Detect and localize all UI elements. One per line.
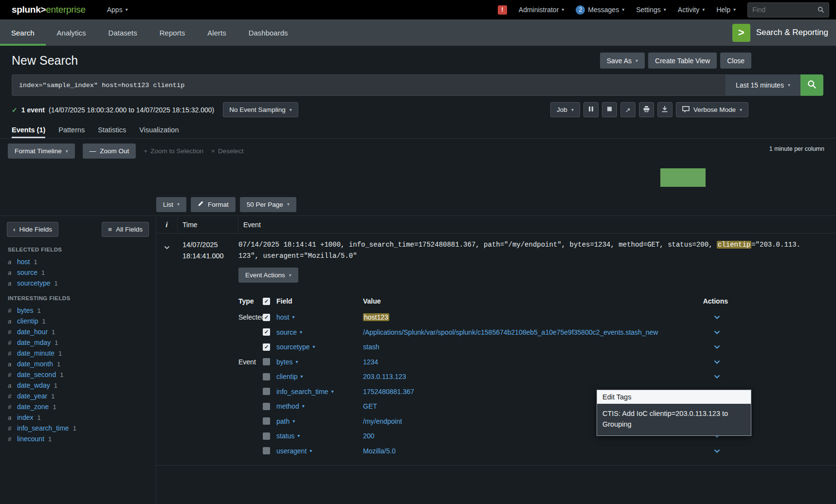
sidebar-field-date-minute[interactable]: #date_minute1: [7, 348, 149, 359]
event-sampling-button[interactable]: No Event Sampling▾: [223, 102, 298, 117]
field-value-link[interactable]: 1234: [363, 358, 700, 366]
field-checkbox[interactable]: [263, 388, 270, 395]
print-button[interactable]: [639, 102, 654, 117]
create-table-view-button[interactable]: Create Table View: [648, 53, 717, 69]
sidebar-field-index[interactable]: aindex1: [7, 412, 149, 423]
field-name-link[interactable]: clientip▾: [276, 373, 363, 380]
stop-button[interactable]: [602, 102, 617, 117]
search-submit-button[interactable]: [800, 74, 823, 96]
field-name-link[interactable]: host▾: [276, 313, 363, 321]
stop-icon: [607, 106, 612, 113]
field-name-link[interactable]: path▾: [276, 417, 363, 425]
sidebar-field-date-second[interactable]: #date_second1: [7, 369, 149, 380]
field-actions-chevron[interactable]: [700, 315, 734, 319]
sidebar-field-source[interactable]: asource1: [7, 267, 149, 278]
job-menu-button[interactable]: Job▾: [550, 102, 580, 117]
app-tab-alerts[interactable]: Alerts: [196, 19, 237, 46]
format-timeline-button[interactable]: Format Timeline▾: [8, 144, 75, 159]
collapse-event-chevron[interactable]: [156, 239, 178, 458]
sidebar-field-info-search-time[interactable]: #info_search_time1: [7, 423, 149, 433]
help-menu[interactable]: Help▾: [716, 6, 736, 14]
app-tab-dashboards[interactable]: Dashboards: [237, 19, 299, 46]
field-actions-chevron[interactable]: [700, 330, 734, 334]
apps-menu[interactable]: Apps▾: [107, 6, 128, 14]
field-name-link[interactable]: useragent▾: [276, 447, 363, 455]
timeline-histogram-bar[interactable]: [660, 168, 706, 187]
sidebar-field-date-hour[interactable]: #date_hour1: [7, 326, 149, 337]
format-results-button[interactable]: Format: [191, 197, 236, 212]
share-button[interactable]: ↗: [620, 102, 636, 117]
activity-menu[interactable]: Activity▾: [678, 6, 705, 14]
all-fields-button[interactable]: ≡All Fields: [102, 222, 149, 237]
menu-item-ctis-add-ioc[interactable]: CTIS: Add IoC clientip=203.0.113.123 to …: [597, 404, 751, 435]
field-value-link[interactable]: host123: [363, 313, 700, 321]
field-name-label: bytes: [276, 358, 292, 366]
field-checkbox[interactable]: [263, 417, 270, 425]
close-button[interactable]: Close: [720, 53, 751, 69]
app-tab-datasets[interactable]: Datasets: [97, 19, 148, 46]
format-timeline-label: Format Timeline: [15, 147, 62, 155]
app-tab-analytics[interactable]: Analytics: [46, 19, 97, 46]
per-page-button[interactable]: 50 Per Page▾: [240, 197, 296, 212]
field-checkbox[interactable]: [263, 432, 270, 440]
field-checkbox[interactable]: ✓: [263, 328, 270, 336]
sidebar-field-date-month[interactable]: adate_month1: [7, 359, 149, 369]
zoom-to-selection-label: Zoom to Selection: [150, 147, 203, 155]
sidebar-field-date-year[interactable]: #date_year1: [7, 391, 149, 401]
field-actions-chevron[interactable]: [700, 449, 734, 453]
export-button[interactable]: [657, 102, 672, 117]
search-query-input[interactable]: [12, 74, 726, 96]
field-name-link[interactable]: source▾: [276, 328, 363, 336]
time-range-picker[interactable]: Last 15 minutes▾: [726, 74, 800, 96]
field-checkbox[interactable]: [263, 447, 270, 454]
sidebar-field-host[interactable]: ahost1: [7, 256, 149, 267]
list-view-button[interactable]: List▾: [156, 197, 186, 212]
field-name-link[interactable]: info_search_time▾: [276, 388, 363, 396]
field-actions-chevron[interactable]: [700, 360, 734, 364]
field-value-link[interactable]: 203.0.113.123: [363, 373, 700, 380]
tab-patterns[interactable]: Patterns: [58, 121, 85, 138]
find-search-box[interactable]: [747, 2, 829, 18]
field-value-link[interactable]: Mozilla/5.0: [363, 447, 700, 455]
field-name-link[interactable]: sourcetype▾: [276, 343, 363, 351]
settings-menu[interactable]: Settings▾: [636, 6, 666, 14]
alert-badge[interactable]: !: [498, 5, 507, 15]
field-name-link[interactable]: method▾: [276, 402, 363, 410]
field-name-link[interactable]: status▾: [276, 432, 363, 440]
event-actions-button[interactable]: Event Actions▾: [238, 268, 298, 283]
sidebar-field-date-mday[interactable]: #date_mday1: [7, 337, 149, 348]
field-actions-chevron[interactable]: [700, 345, 734, 349]
find-input[interactable]: [752, 6, 814, 14]
field-value-link[interactable]: stash: [363, 343, 700, 351]
app-tab-reports[interactable]: Reports: [148, 19, 197, 46]
field-checkbox[interactable]: ✓: [263, 343, 270, 351]
field-checkbox[interactable]: ✓: [263, 314, 270, 321]
save-as-button[interactable]: Save As▾: [600, 53, 645, 69]
app-tab-search[interactable]: Search: [0, 19, 46, 46]
field-name-link[interactable]: bytes▾: [276, 358, 363, 366]
field-actions-chevron[interactable]: [700, 375, 734, 378]
field-checkbox[interactable]: [263, 373, 270, 380]
select-all-checkbox[interactable]: ✓: [263, 298, 270, 305]
sidebar-field-sourcetype[interactable]: asourcetype1: [7, 278, 149, 288]
zoom-out-button[interactable]: —Zoom Out: [83, 144, 136, 159]
tab-events[interactable]: Events (1): [12, 121, 45, 138]
field-type-glyph: #: [8, 425, 13, 432]
administrator-menu[interactable]: Administrator▾: [519, 6, 564, 14]
field-checkbox[interactable]: [263, 358, 270, 365]
sidebar-field-linecount[interactable]: #linecount1: [7, 433, 149, 444]
sidebar-field-bytes[interactable]: #bytes1: [7, 305, 149, 316]
minus-icon: —: [90, 147, 96, 155]
search-mode-button[interactable]: Verbose Mode▾: [676, 102, 748, 117]
field-value-link[interactable]: /Applications/Splunk/var/spool/splunk/c1…: [363, 328, 700, 336]
sidebar-field-clientip[interactable]: aclientip1: [7, 316, 149, 326]
menu-item-edit-tags[interactable]: Edit Tags: [597, 390, 751, 404]
messages-menu[interactable]: 2Messages▾: [576, 5, 624, 15]
pause-button[interactable]: [583, 102, 599, 117]
field-checkbox[interactable]: [263, 403, 270, 410]
sidebar-field-date-wday[interactable]: adate_wday1: [7, 380, 149, 391]
tab-statistics[interactable]: Statistics: [98, 121, 126, 138]
sidebar-field-date-zone[interactable]: #date_zone1: [7, 401, 149, 412]
tab-visualization[interactable]: Visualization: [139, 121, 179, 138]
hide-fields-button[interactable]: ‹Hide Fields: [7, 222, 58, 237]
